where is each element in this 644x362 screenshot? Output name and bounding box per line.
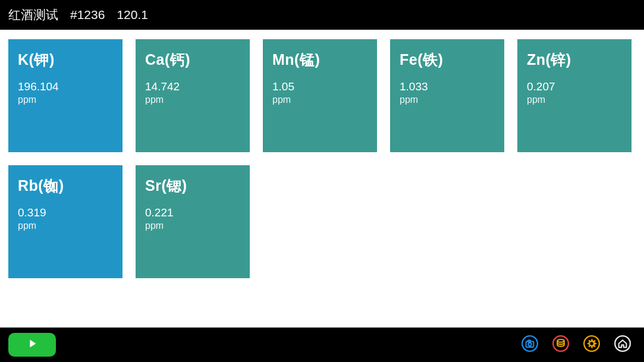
header-title: 红酒测试 bbox=[8, 7, 58, 23]
element-label: Mn(锰) bbox=[272, 50, 367, 70]
svg-point-4 bbox=[553, 336, 568, 351]
element-label: K(钾) bbox=[18, 50, 113, 70]
svg-point-0 bbox=[522, 336, 538, 351]
element-tile[interactable]: Sr(锶)0.221ppm bbox=[136, 165, 250, 278]
element-value: 1.033 bbox=[400, 80, 495, 93]
element-unit: ppm bbox=[527, 95, 622, 105]
element-label: Sr(锶) bbox=[145, 176, 240, 196]
header-bar: 红酒测试 #1236 120.1 bbox=[0, 0, 644, 30]
settings-button[interactable] bbox=[579, 332, 605, 358]
element-unit: ppm bbox=[18, 221, 113, 231]
home-button[interactable] bbox=[610, 332, 636, 358]
element-tile[interactable]: K(钾)196.104ppm bbox=[8, 39, 122, 152]
element-label: Fe(铁) bbox=[400, 50, 495, 70]
element-unit: ppm bbox=[145, 95, 240, 105]
play-icon bbox=[26, 337, 39, 352]
camera-button[interactable] bbox=[517, 332, 543, 358]
svg-point-6 bbox=[584, 336, 599, 351]
svg-point-7 bbox=[615, 336, 630, 351]
element-tile[interactable]: Fe(铁)1.033ppm bbox=[390, 39, 504, 152]
element-tile[interactable]: Rb(铷)0.319ppm bbox=[8, 165, 122, 278]
svg-point-5 bbox=[557, 339, 564, 342]
element-value: 0.207 bbox=[527, 80, 622, 93]
measurement-grid: K(钾)196.104ppmCa(钙)14.742ppmMn(锰)1.05ppm… bbox=[0, 30, 644, 328]
element-value: 14.742 bbox=[145, 80, 240, 93]
header-sample: #1236 bbox=[70, 8, 105, 22]
element-value: 196.104 bbox=[18, 80, 113, 93]
database-icon bbox=[552, 335, 569, 354]
element-value: 0.319 bbox=[18, 206, 113, 219]
element-unit: ppm bbox=[400, 95, 495, 105]
database-button[interactable] bbox=[548, 332, 574, 358]
element-value: 1.05 bbox=[272, 80, 367, 93]
header-value: 120.1 bbox=[117, 8, 148, 22]
element-label: Ca(钙) bbox=[145, 50, 240, 70]
element-value: 0.221 bbox=[145, 206, 240, 219]
svg-point-3 bbox=[528, 343, 531, 346]
bottom-bar bbox=[0, 328, 644, 362]
element-tile[interactable]: Ca(钙)14.742ppm bbox=[136, 39, 250, 152]
play-button[interactable] bbox=[8, 333, 56, 357]
camera-icon bbox=[522, 335, 538, 354]
home-icon bbox=[614, 335, 631, 354]
element-label: Zn(锌) bbox=[527, 50, 622, 70]
element-unit: ppm bbox=[145, 221, 240, 231]
element-tile[interactable]: Mn(锰)1.05ppm bbox=[263, 39, 377, 152]
element-tile[interactable]: Zn(锌)0.207ppm bbox=[517, 39, 632, 152]
settings-icon bbox=[583, 335, 600, 354]
element-unit: ppm bbox=[272, 95, 367, 105]
element-label: Rb(铷) bbox=[18, 176, 113, 196]
element-unit: ppm bbox=[18, 95, 113, 105]
